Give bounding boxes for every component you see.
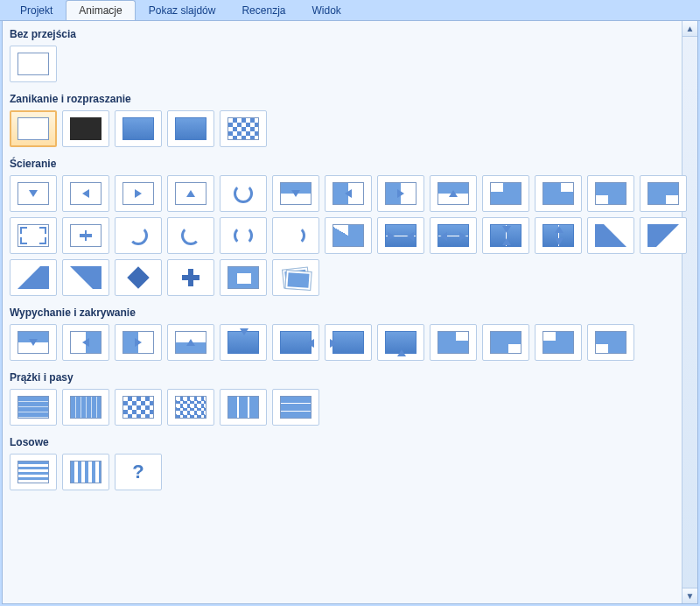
transition-split-vertical-out[interactable] [535, 217, 582, 254]
transition-split-vertical-in[interactable] [482, 217, 529, 254]
transition-newsflash[interactable] [272, 259, 319, 296]
question-mark-icon: ? [132, 461, 144, 483]
transition-wheel-cw[interactable] [115, 217, 162, 254]
transition-wheel-4-spoke[interactable] [272, 217, 319, 254]
transition-strips-left-up[interactable] [640, 217, 687, 254]
transition-cut-through-black[interactable] [62, 110, 109, 147]
transition-push-left[interactable] [62, 324, 109, 361]
transition-wipe-box-right[interactable] [377, 175, 424, 212]
transition-cover-left-up[interactable] [482, 324, 529, 361]
transition-wheel-3-spoke[interactable] [220, 217, 267, 254]
transition-cover-right[interactable] [325, 324, 372, 361]
transition-cover-right-up[interactable] [587, 324, 634, 361]
transition-comb-vertical[interactable] [272, 389, 319, 426]
section-items-fade [8, 108, 692, 154]
tab-pokaz-slajdow[interactable]: Pokaz slajdów [136, 0, 229, 20]
section-header-stripes: Prążki i pasy [8, 368, 692, 386]
ribbon-tabs: Projekt Animacje Pokaz slajdów Recenzja … [0, 0, 700, 21]
transition-push-right[interactable] [115, 324, 162, 361]
transition-box-out[interactable] [62, 217, 109, 254]
section-header-fade: Zanikanie i rozpraszanie [8, 89, 692, 108]
transition-cover-left-down[interactable] [430, 324, 477, 361]
transition-comb-horizontal[interactable] [220, 389, 267, 426]
transition-shape-plus[interactable] [167, 259, 214, 296]
transition-split-horizontal-in[interactable] [377, 217, 424, 254]
transition-strips-right-down[interactable] [10, 259, 57, 296]
section-items-random: ? [8, 451, 692, 497]
transition-fade-stack[interactable] [167, 110, 214, 147]
transition-wipe-box-down[interactable] [272, 175, 319, 212]
transition-uncover-right-down[interactable] [535, 175, 582, 212]
section-header-random: Losowe [8, 433, 692, 451]
transition-no-transition[interactable] [10, 46, 57, 82]
transition-wipe-right[interactable] [115, 175, 162, 212]
transition-wipe-box-left[interactable] [325, 175, 372, 212]
section-header-none: Bez przejścia [8, 25, 692, 43]
transition-wipe-down[interactable] [10, 175, 57, 212]
section-items-wipe [8, 173, 692, 303]
transition-uncover-right-up[interactable] [640, 175, 687, 212]
transition-cover-right-down[interactable] [535, 324, 582, 361]
section-header-push: Wypychanie i zakrywanie [8, 303, 692, 321]
transition-random-bars-vertical[interactable] [62, 454, 109, 490]
transition-blinds-horizontal[interactable] [10, 389, 57, 426]
transition-wipe-box-up[interactable] [430, 175, 477, 212]
tab-recenzja[interactable]: Recenzja [228, 0, 298, 20]
scroll-up-icon[interactable]: ▲ [682, 21, 697, 37]
transition-strips-right-up[interactable] [62, 259, 109, 296]
transition-random-bars-horizontal[interactable] [10, 454, 57, 490]
transition-push-up[interactable] [167, 324, 214, 361]
transition-random-transition[interactable]: ? [115, 454, 162, 490]
tab-projekt[interactable]: Projekt [7, 0, 66, 20]
transition-wipe-up[interactable] [167, 175, 214, 212]
transition-fade-through-black[interactable] [10, 110, 57, 147]
tab-animacje[interactable]: Animacje [66, 0, 135, 20]
transition-checkerboard-down[interactable] [167, 389, 214, 426]
transition-push-down[interactable] [10, 324, 57, 361]
transition-strips-left-down[interactable] [587, 217, 634, 254]
transition-shape-circle[interactable] [220, 259, 267, 296]
transition-gallery: Bez przejścia Zanikanie i rozpraszanie Ś… [3, 21, 697, 603]
section-items-none [8, 43, 692, 89]
transition-uncover-left-down[interactable] [482, 175, 529, 212]
transition-shape-diamond[interactable] [115, 259, 162, 296]
transition-wheel-1-spoke[interactable] [220, 175, 267, 212]
transition-fade-smoothly[interactable] [115, 110, 162, 147]
transition-box-in[interactable] [10, 217, 57, 254]
transition-checkerboard-across[interactable] [115, 389, 162, 426]
section-items-push [8, 321, 692, 368]
tab-widok[interactable]: Widok [298, 0, 354, 20]
transition-split-horizontal-out[interactable] [430, 217, 477, 254]
transition-wipe-left[interactable] [62, 175, 109, 212]
transition-uncover-left-up[interactable] [587, 175, 634, 212]
transition-dissolve[interactable] [220, 110, 267, 147]
section-items-stripes [8, 386, 692, 433]
transition-cover-down[interactable] [220, 324, 267, 361]
section-header-wipe: Ścieranie [8, 154, 692, 173]
scroll-down-icon[interactable]: ▼ [682, 588, 697, 603]
transition-wheel-8-spoke[interactable] [325, 217, 372, 254]
scroll-track[interactable] [682, 37, 697, 588]
transition-wheel-2-spoke[interactable] [167, 217, 214, 254]
transition-blinds-vertical[interactable] [62, 389, 109, 426]
transition-cover-left[interactable] [272, 324, 319, 361]
gallery-scrollbar[interactable]: ▲ ▼ [682, 21, 697, 603]
transition-cover-up[interactable] [377, 324, 424, 361]
